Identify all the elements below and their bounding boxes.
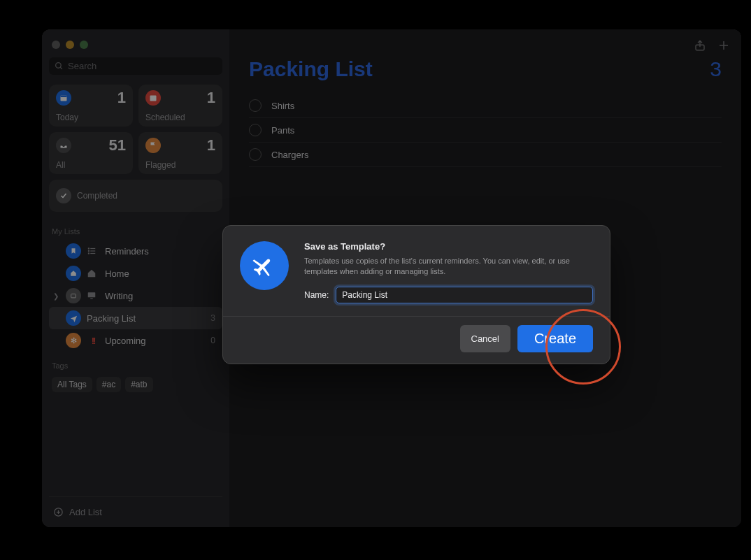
dialog-description: Templates use copies of the list's curre…	[304, 256, 593, 277]
separator	[223, 316, 610, 317]
name-label: Name:	[304, 290, 329, 300]
save-template-dialog: Save as Template? Templates use copies o…	[222, 225, 610, 364]
airplane-icon	[240, 241, 289, 290]
app-window: Search 1 Today 1 Scheduled	[42, 29, 741, 527]
create-button[interactable]: Create	[517, 325, 593, 352]
dialog-title: Save as Template?	[304, 241, 593, 252]
template-name-input[interactable]	[336, 287, 593, 303]
cancel-button[interactable]: Cancel	[460, 325, 510, 352]
